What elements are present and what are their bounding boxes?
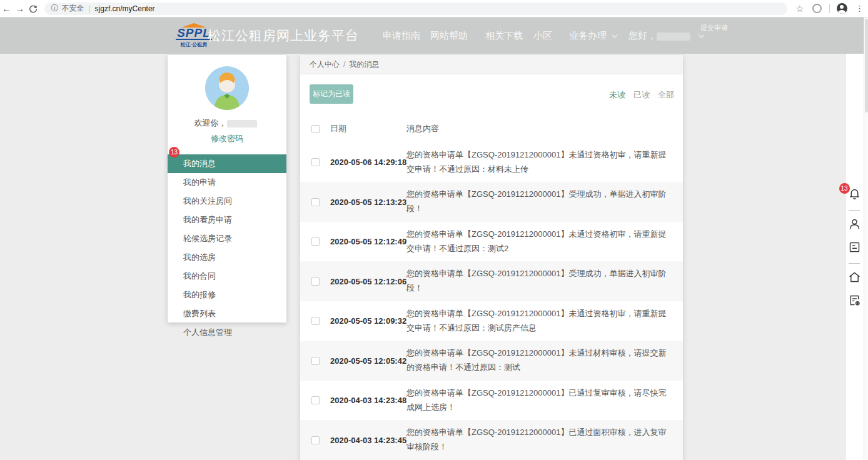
message-content: 您的资格申请单【ZGSQ-20191212000001】已通过面积审核，进入复审… <box>406 426 683 454</box>
sidebar: 欢迎你， 修改密码 13 我的消息我的申请我的关注房间我的看房申请轮候选房记录我… <box>168 55 286 322</box>
filter-tabs: 未读已读全部 <box>601 89 674 101</box>
table-row: 2020-05-05 12:12:06您的资格申请单【ZGSQ-20191212… <box>300 261 683 301</box>
nav-label: 小区 <box>533 30 552 41</box>
sidebar-item-9[interactable]: 个人信息管理 <box>168 323 286 342</box>
table-body: 2020-05-06 14:29:18您的资格申请单【ZGSQ-20191212… <box>300 142 683 460</box>
sidebar-item-3[interactable]: 我的看房申请 <box>168 211 286 229</box>
message-content: 您的资格申请单【ZGSQ-20191212000001】已通过复审审核，请尽快完… <box>406 386 683 415</box>
nav-label: 网站帮助 <box>430 30 468 41</box>
breadcrumb-separator: / <box>343 60 345 69</box>
scrollbar-thumb[interactable] <box>865 19 868 112</box>
nav-label: 相关下载 <box>485 30 523 41</box>
url-text: sjgzf.cn/myCenter <box>95 4 155 13</box>
browser-forward-icon[interactable]: → <box>13 3 26 14</box>
browser-profile-icon[interactable] <box>837 3 847 14</box>
message-date: 2020-05-05 12:12:49 <box>330 237 406 246</box>
browser-back-icon[interactable]: ← <box>0 3 13 14</box>
header-nav-item[interactable]: 相关下载 <box>485 18 523 54</box>
chevron-down-icon <box>699 32 705 38</box>
sidebar-item-2[interactable]: 我的关注房间 <box>168 192 286 211</box>
message-date: 2020-04-03 14:23:45 <box>330 436 406 445</box>
document-gear-icon[interactable] <box>848 294 861 309</box>
screen: ← → ⓘ 不安全 | sjgzf.cn/myCenter ☆ ⋮ SPPL 松… <box>0 0 868 460</box>
logo-text: SPPL <box>176 28 212 40</box>
nav-label: 您好， <box>628 30 657 41</box>
welcome-label: 欢迎你， <box>194 118 227 128</box>
home-icon[interactable] <box>848 271 861 286</box>
message-content: 您的资格申请单【ZGSQ-20191212000001】未通过资格初审，请重新提… <box>406 148 683 177</box>
row-checkbox[interactable] <box>311 357 320 365</box>
tab-filter-2[interactable]: 全部 <box>658 90 674 99</box>
browser-actions: ☆ ⋮ <box>791 3 868 14</box>
sidebar-item-5[interactable]: 我的选房 <box>168 248 286 267</box>
tab-filter-0[interactable]: 未读 <box>609 90 625 99</box>
sidebar-menu: 我的消息我的申请我的关注房间我的看房申请轮候选房记录我的选房我的合同我的报修缴费… <box>168 154 286 342</box>
message-content: 您的资格申请单【ZGSQ-20191212000001】未通过资格初审，请重新提… <box>406 307 683 336</box>
header-nav-item[interactable]: 您好， <box>628 18 702 54</box>
message-content: 您的资格申请单【ZGSQ-20191212000001】未通过材料审核，请提交新… <box>406 346 683 375</box>
mark-read-button[interactable]: 标记为已读 <box>310 84 353 104</box>
extension-icon[interactable] <box>812 4 822 13</box>
unread-count-badge: 13 <box>169 147 179 158</box>
bookmark-star-icon[interactable]: ☆ <box>795 4 804 14</box>
sidebar-item-0[interactable]: 我的消息 <box>168 154 286 173</box>
sidebar-item-1[interactable]: 我的申请 <box>168 173 286 192</box>
header-nav-item[interactable]: 小区 <box>533 18 552 54</box>
security-label: 不安全 <box>61 3 84 14</box>
header-nav-item[interactable]: 申请指南 <box>383 18 420 54</box>
browser-menu-icon[interactable]: ⋮ <box>855 4 864 13</box>
table-row: 2020-04-03 14:23:48您的资格申请单【ZGSQ-20191212… <box>300 381 683 421</box>
row-checkbox[interactable] <box>311 158 320 166</box>
submit-application-link[interactable]: 提交申请 <box>700 23 728 32</box>
table-row: 2020-04-03 14:23:45您的资格申请单【ZGSQ-20191212… <box>300 420 683 460</box>
message-date: 2020-05-05 12:12:06 <box>330 277 406 286</box>
bell-icon[interactable]: 13 <box>848 188 861 203</box>
message-date: 2020-05-05 12:09:32 <box>330 316 406 326</box>
select-all-checkbox[interactable] <box>311 125 320 133</box>
header-nav-item[interactable]: 网站帮助 <box>430 18 468 54</box>
change-password-link[interactable]: 修改密码 <box>168 133 286 144</box>
toolbar-divider <box>849 210 860 211</box>
sidebar-item-6[interactable]: 我的合同 <box>168 267 286 286</box>
message-date: 2020-05-06 14:29:18 <box>330 158 406 167</box>
header-nav-item[interactable]: 业务办理 <box>569 18 615 54</box>
row-checkbox[interactable] <box>311 238 320 246</box>
float-toolbar: 13 <box>845 184 864 313</box>
bell-badge: 13 <box>839 183 850 194</box>
sidebar-item-4[interactable]: 轮候选房记录 <box>168 229 286 248</box>
table-header-row: 日期 消息内容 <box>300 116 683 142</box>
row-checkbox[interactable] <box>311 396 320 404</box>
page-body: 欢迎你， 修改密码 13 我的消息我的申请我的关注房间我的看房申请轮候选房记录我… <box>0 54 868 460</box>
sidebar-item-7[interactable]: 我的报修 <box>168 286 286 304</box>
tab-filter-1[interactable]: 已读 <box>633 90 650 99</box>
table-row: 2020-05-05 12:13:23您的资格申请单【ZGSQ-20191212… <box>300 182 683 222</box>
row-checkbox[interactable] <box>311 278 320 286</box>
redacted-username <box>227 120 257 128</box>
site-title: 松江公租房网上业务平台 <box>208 18 359 54</box>
address-bar[interactable]: ⓘ 不安全 | sjgzf.cn/myCenter <box>44 2 787 15</box>
nav-label: 申请指南 <box>383 30 420 41</box>
page-scrollbar[interactable] <box>864 18 868 460</box>
divider <box>829 4 830 13</box>
welcome-text: 欢迎你， <box>168 118 286 129</box>
document-icon[interactable] <box>848 241 861 256</box>
avatar <box>205 66 249 110</box>
row-checkbox[interactable] <box>311 317 320 325</box>
breadcrumb-root[interactable]: 个人中心 <box>310 60 340 69</box>
user-icon[interactable] <box>848 218 861 233</box>
breadcrumb: 个人中心/我的消息 <box>300 55 683 74</box>
url-separator: | <box>88 4 90 13</box>
redacted-username <box>657 32 690 41</box>
actions-row: 标记为已读 未读已读全部 <box>300 74 683 116</box>
info-icon[interactable]: ⓘ <box>51 3 58 14</box>
nav-label: 业务办理 <box>569 30 607 41</box>
browser-reload-icon[interactable] <box>26 4 39 13</box>
content-column-header: 消息内容 <box>406 122 683 136</box>
sidebar-item-8[interactable]: 缴费列表 <box>168 304 286 323</box>
chevron-down-icon <box>612 32 618 38</box>
date-column-header: 日期 <box>330 123 406 134</box>
row-checkbox[interactable] <box>311 198 320 206</box>
message-date: 2020-05-05 12:13:23 <box>330 198 406 207</box>
row-checkbox[interactable] <box>311 436 320 444</box>
table-row: 2020-05-05 12:09:32您的资格申请单【ZGSQ-20191212… <box>300 301 683 341</box>
